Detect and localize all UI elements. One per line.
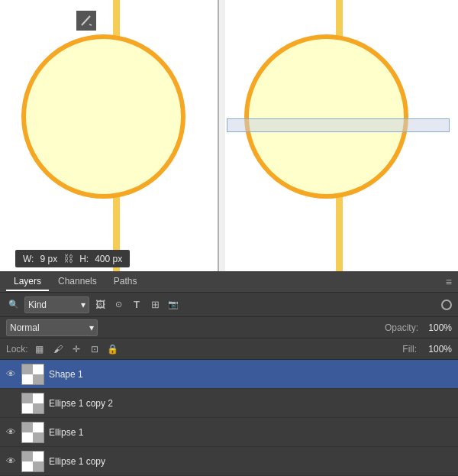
link-icon: ⛓	[63, 253, 73, 264]
layer-row-ellipse1copy2[interactable]: Ellipse 1 copy 2	[0, 389, 458, 418]
canvas-divider	[218, 0, 219, 271]
size-bar: W: 9 px ⛓ H: 400 px	[15, 250, 130, 267]
search-icon: 🔍	[6, 297, 21, 312]
visibility-icon-ellipse1[interactable]: 👁	[5, 426, 17, 439]
type-icon[interactable]: T	[129, 297, 144, 312]
fill-value: 100%	[421, 344, 452, 355]
svg-line-1	[89, 24, 92, 25]
layer-name-ellipse1: Ellipse 1	[49, 427, 453, 438]
fill-label: Fill:	[402, 344, 417, 355]
blending-row: Normal ▾ Opacity: 100%	[0, 317, 458, 338]
left-circle	[21, 34, 185, 199]
thumb-ellipse1	[21, 422, 44, 443]
thumb-ellipse1copy2	[21, 393, 44, 414]
visibility-icon-shape1[interactable]: 👁	[5, 368, 17, 380]
brush-icon[interactable]: 🖌	[51, 342, 65, 356]
size-h-label: H:	[79, 254, 89, 264]
checkerboard-icon[interactable]: ▦	[33, 342, 47, 356]
blend-dropdown-arrow: ▾	[89, 322, 94, 333]
panels-area: Layers Channels Paths ≡ 🔍 Kind ▾ 🖼 ⊙ T ⊞…	[0, 271, 458, 476]
kind-dropdown[interactable]: Kind ▾	[24, 296, 89, 313]
layer-name-shape1: Shape 1	[49, 369, 453, 380]
size-h-value: 400 px	[95, 254, 122, 264]
circle-icon[interactable]: ⊙	[111, 297, 126, 312]
canvas-area: W: 9 px ⛓ H: 400 px	[0, 0, 458, 271]
layer-name-ellipse1copy2: Ellipse 1 copy 2	[49, 398, 453, 409]
tab-layers[interactable]: Layers	[6, 273, 49, 291]
tabs-row: Layers Channels Paths ≡	[0, 271, 458, 293]
layers-list: 👁 Shape 1 Ellipse 1 copy 2 👁	[0, 360, 458, 476]
tool-indicator	[76, 11, 96, 31]
lock-row: Lock: ▦ 🖌 ✛ ⊡ 🔒 Fill: 100%	[0, 338, 458, 360]
size-w-label: W:	[23, 254, 34, 264]
transform-lock-icon[interactable]: ⊡	[88, 342, 102, 356]
transform-icon[interactable]: ⊞	[147, 297, 163, 312]
lock-label: Lock:	[6, 344, 28, 355]
size-w-value: 9 px	[40, 254, 57, 264]
tab-channels[interactable]: Channels	[50, 273, 105, 291]
image-icon[interactable]: 🖼	[92, 297, 108, 312]
padlock-icon[interactable]: 🔒	[106, 342, 120, 356]
tab-paths[interactable]: Paths	[106, 273, 145, 291]
opacity-value: 100%	[421, 322, 452, 333]
thumb-ellipse1copy	[21, 451, 44, 472]
toolbar-row: 🔍 Kind ▾ 🖼 ⊙ T ⊞ 📷	[0, 293, 458, 317]
layer-name-ellipse1copy: Ellipse 1 copy	[49, 456, 453, 467]
blend-mode-label: Normal	[10, 322, 40, 333]
kind-label: Kind	[28, 300, 47, 310]
opacity-label: Opacity:	[385, 322, 418, 333]
right-circle	[244, 34, 408, 199]
layer-row-shape1[interactable]: 👁 Shape 1	[0, 360, 458, 389]
circle-toggle[interactable]	[441, 300, 452, 310]
camera-icon[interactable]: 📷	[166, 297, 181, 312]
blend-mode-dropdown[interactable]: Normal ▾	[6, 319, 98, 336]
svg-line-0	[82, 16, 90, 25]
selection-bar	[227, 118, 450, 132]
thumb-shape1	[21, 364, 44, 385]
layer-row-ellipse1copy[interactable]: 👁 Ellipse 1 copy	[0, 447, 458, 476]
dropdown-arrow: ▾	[81, 300, 85, 310]
move-icon[interactable]: ✛	[69, 342, 83, 356]
panel-menu-icon[interactable]: ≡	[446, 276, 452, 288]
layer-row-ellipse1[interactable]: 👁 Ellipse 1	[0, 418, 458, 447]
visibility-icon-ellipse1copy[interactable]: 👁	[5, 455, 17, 468]
